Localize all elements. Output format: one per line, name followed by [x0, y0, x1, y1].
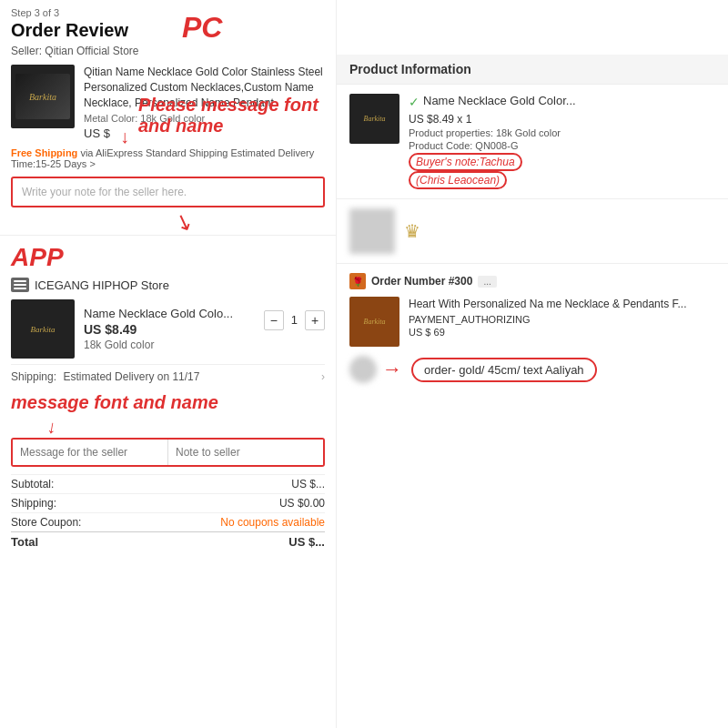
annotation-please-message: Please message font and name	[138, 95, 325, 136]
coupon-link[interactable]: No coupons available	[220, 516, 325, 529]
down-arrow-annotation: ↓	[46, 417, 58, 439]
product-thumbnail: Barkita	[11, 65, 75, 128]
left-column: Step 3 of 3 Order Review PC Seller: Qiti…	[0, 0, 337, 728]
right-code: Product Code: QN008-G	[409, 140, 715, 151]
qty-decrease-button[interactable]: −	[264, 310, 284, 330]
order-number: Order Number #300	[371, 275, 472, 288]
qty-row: − 1 +	[264, 310, 325, 330]
arrow-down: ↓	[120, 126, 129, 147]
coupon-row: Store Coupon: No coupons available	[11, 512, 325, 531]
total-value: US $...	[288, 535, 325, 549]
right-bottom-section: 🌹 Order Number #300 ... Barkita Heart Wi…	[337, 264, 728, 392]
qty-value: 1	[291, 313, 298, 327]
shipping-cost-row: Shipping: US $0.00	[11, 493, 325, 512]
pc-section: Step 3 of 3 Order Review PC Seller: Qiti…	[0, 0, 336, 207]
qty-increase-button[interactable]: +	[305, 310, 325, 330]
note-placeholder-text: Write your note for the seller here.	[22, 186, 187, 198]
seller-note-input[interactable]: Write your note for the seller here.	[11, 177, 325, 207]
price-row: US $ Please message font and name ↓	[84, 126, 325, 140]
app-price: US $8.49	[84, 322, 255, 337]
order-product-title: Heart With Personalized Na me Necklace &…	[409, 297, 715, 312]
store-row: ICEGANG HIPHOP Store	[11, 278, 325, 292]
message-annotation-wrapper: message font and name ↓	[11, 392, 325, 438]
order-product-thumb: Barkita	[349, 297, 399, 347]
shipping-info: Shipping: Estimated Delivery on 11/17 ›	[11, 364, 325, 389]
right-top-spacer	[337, 0, 728, 27]
down-right-arrow: ↘	[171, 207, 197, 238]
subtotal-label: Subtotal:	[11, 478, 54, 490]
shipping-date: Estimated Delivery on 11/17	[63, 370, 199, 383]
shipping-label: Shipping:	[11, 370, 56, 383]
right-product-title: Name Necklace Gold Color...	[423, 94, 576, 107]
message-for-seller-input[interactable]	[13, 440, 167, 465]
app-color: 18k Gold color	[84, 339, 255, 351]
please-message-text: Please message font and name	[138, 95, 318, 136]
order-status: PAYMENT_AUTHORIZING	[409, 314, 715, 325]
shipping-label-row: Shipping: Estimated Delivery on 11/17	[11, 370, 199, 383]
right-product-details: ✓ Name Necklace Gold Color... US $8.49 x…	[409, 94, 715, 189]
crown-icon: ♛	[404, 220, 420, 242]
app-product-info: Name Necklace Gold Colo... US $8.49 18k …	[84, 307, 255, 351]
order-product-row: Barkita Heart With Personalized Na me Ne…	[349, 297, 715, 347]
right-mid-section: ♛	[337, 199, 728, 264]
message-input-row	[11, 438, 325, 467]
order-blurred: ...	[478, 276, 496, 288]
svg-rect-2	[14, 288, 26, 289]
app-label: APP	[11, 243, 325, 272]
red-arrow-right: →	[382, 358, 402, 381]
app-product-title: Name Necklace Gold Colo...	[84, 307, 255, 320]
check-icon: ✓	[409, 95, 420, 109]
buyers-note: Buyer's note:Tachua	[409, 153, 522, 171]
page-title: Order Review	[11, 20, 325, 41]
shipping-cost-label: Shipping:	[11, 497, 56, 510]
right-price: US $8.49 x 1	[409, 113, 715, 126]
flower-icon: 🌹	[349, 273, 366, 289]
step-indicator: Step 3 of 3	[11, 7, 325, 18]
store-name: ICEGANG HIPHOP Store	[35, 278, 169, 292]
shipping-cost-value: US $0.00	[279, 497, 325, 510]
order-summary: Subtotal: US $... Shipping: US $0.00 Sto…	[11, 474, 325, 551]
seller-name: Seller: Qitian Official Store	[11, 45, 325, 57]
app-product-row: Barkita Name Necklace Gold Colo... US $8…	[11, 299, 325, 359]
necklace-cursive-text: Barkita	[29, 92, 56, 102]
coupon-label: Store Coupon:	[11, 516, 81, 529]
subtotal-row: Subtotal: US $...	[11, 474, 325, 493]
right-product-title-row: ✓ Name Necklace Gold Color...	[409, 94, 715, 110]
blurred-avatar	[349, 356, 377, 383]
app-product-thumbnail: Barkita	[11, 299, 75, 359]
product-info-header: Product Information	[337, 55, 728, 85]
note-to-seller-input[interactable]	[168, 440, 323, 465]
right-product-thumbnail: Barkita	[349, 94, 399, 144]
total-label: Total	[11, 535, 38, 549]
total-row: Total US $...	[11, 531, 325, 551]
note-bubble: order- gold/ 45cm/ text Aaliyah	[411, 358, 597, 382]
right-column: Product Information Barkita ✓ Name Neckl…	[337, 0, 728, 728]
pc-product-row: Barkita Qitian Name Necklace Gold Color …	[11, 65, 325, 142]
order-price: US $ 69	[409, 327, 715, 338]
shipping-row: Free Shipping via AliExpress Standard Sh…	[11, 147, 325, 169]
right-props: Product properties: 18k Gold color	[409, 127, 715, 138]
svg-rect-0	[14, 280, 26, 282]
right-product-row: Barkita ✓ Name Necklace Gold Color... US…	[337, 85, 728, 199]
app-section: APP ICEGANG HIPHOP Store Barkita Name Ne…	[0, 243, 336, 551]
buyers-note-wrapper: Buyer's note:Tachua (Chris Leaocean)	[409, 153, 715, 189]
store-icon	[11, 278, 29, 292]
note-row: → order- gold/ 45cm/ text Aaliyah	[349, 356, 715, 383]
svg-rect-1	[14, 284, 26, 286]
subtotal-value: US $...	[291, 478, 325, 490]
product-info: Qitian Name Necklace Gold Color Stainles…	[84, 65, 325, 142]
order-number-row: 🌹 Order Number #300 ...	[349, 273, 715, 289]
right-necklace-text: Barkita	[364, 115, 386, 123]
price-text: US $	[84, 126, 110, 140]
pc-label: PC	[182, 11, 222, 45]
note-wrapper: Write your note for the seller here. ↘	[11, 177, 325, 207]
free-shipping-text: Free Shipping	[11, 147, 77, 158]
app-necklace-text: Barkita	[31, 325, 56, 334]
blurred-product-thumb	[349, 208, 395, 254]
order-necklace-text: Barkita	[364, 318, 386, 326]
product-thumb-inner: Barkita	[15, 74, 70, 119]
chevron-right-icon: ›	[321, 370, 325, 383]
order-product-info: Heart With Personalized Na me Necklace &…	[409, 297, 715, 338]
message-font-annotation: message font and name	[11, 392, 325, 413]
buyers-note-extra: (Chris Leaocean)	[409, 171, 507, 189]
